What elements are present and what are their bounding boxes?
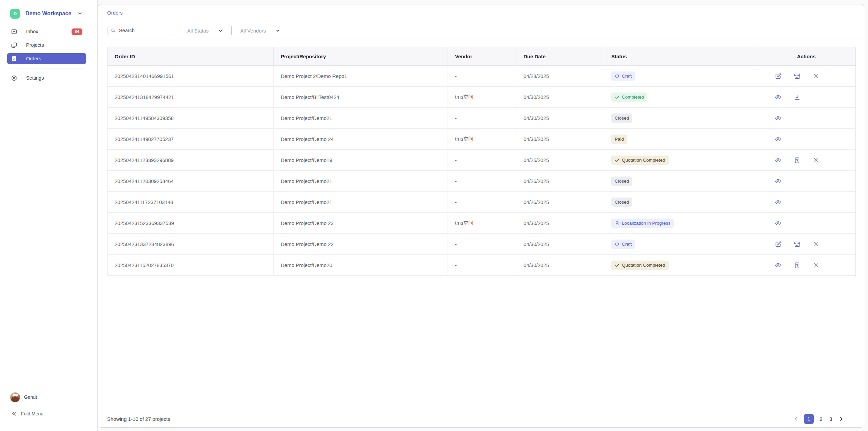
table-row: 202504241117237103148 Demo Project/Demo2… <box>107 192 856 213</box>
search-input[interactable] <box>118 27 171 34</box>
vendor-filter-label: All Vendors <box>240 28 266 34</box>
project-cell: Demo Project/Demo 24 <box>274 129 448 150</box>
row-actions <box>775 241 855 248</box>
vendor-filter-dropdown[interactable]: All Vendors <box>240 28 280 34</box>
status-label: Quotation Completed <box>622 261 665 270</box>
vendor-cell: tms空间 <box>448 213 516 234</box>
view-action-button[interactable] <box>775 262 782 269</box>
settings-icon <box>11 75 17 81</box>
dashed-circle-icon <box>615 74 619 79</box>
row-actions <box>775 262 855 269</box>
cancel-action-button[interactable] <box>813 73 820 80</box>
download-icon <box>794 94 801 101</box>
search-box <box>107 26 174 35</box>
table-row: 202504241123393296889 Demo Project/Demo1… <box>107 150 856 171</box>
project-cell: Demo Project/Demo21 <box>274 171 448 192</box>
actions-cell <box>757 255 856 276</box>
view-action-button[interactable] <box>775 157 782 164</box>
cancel-icon <box>813 73 820 80</box>
fold-menu-button[interactable]: Fold Menu <box>0 409 97 418</box>
status-label: Paid <box>615 135 624 144</box>
download-action-button[interactable] <box>794 94 801 101</box>
table-header: Order ID Project/Repository Vendor Due D… <box>107 47 856 66</box>
view-icon <box>775 178 782 185</box>
cancel-action-button[interactable] <box>813 157 820 164</box>
view-action-button[interactable] <box>775 220 782 227</box>
table-row: 202504231152027835370 Demo Project/Demo2… <box>107 255 856 276</box>
due-date-cell: 04/30/2025 <box>516 108 604 129</box>
dashed-circle-icon <box>615 242 619 247</box>
user-profile[interactable]: Geralt <box>0 392 97 402</box>
vendor-cell: - <box>448 66 516 87</box>
inbox-count-badge: 84 <box>72 28 82 35</box>
pagination-prev-button[interactable] <box>793 416 799 422</box>
vendor-cell: - <box>448 171 516 192</box>
column-header-due-date: Due Date <box>516 47 604 66</box>
edit-action-button[interactable] <box>775 73 782 80</box>
table-row: 202504231523369337539 Demo Project/Demo … <box>107 213 856 234</box>
actions-cell <box>757 129 856 150</box>
actions-cell <box>757 87 856 108</box>
pagination-page-1[interactable]: 1 <box>804 414 814 424</box>
status-cell: Closed <box>604 108 757 129</box>
invoice-action-button[interactable] <box>794 157 801 164</box>
vendor-cell: - <box>448 255 516 276</box>
due-date-cell: 04/30/2025 <box>516 87 604 108</box>
actions-cell <box>757 171 856 192</box>
order-id-cell: 202504241117237103148 <box>107 192 274 213</box>
project-cell: Demo Project/BilTest0424 <box>274 87 448 108</box>
pagination-next-button[interactable] <box>838 416 844 422</box>
table-row: 202504241149584309358 Demo Project/Demo2… <box>107 108 856 129</box>
table-row: 202504281401466991561 Demo Project 2/Dem… <box>107 66 856 87</box>
view-icon <box>775 262 782 269</box>
chevron-down-icon <box>218 28 223 33</box>
chevron-right-icon <box>839 416 844 422</box>
orders-page: D Demo Workspace Inbox 84 Projects Order… <box>0 0 868 431</box>
fold-menu-label: Fold Menu <box>21 411 43 416</box>
status-label: Quotation Completed <box>622 156 665 165</box>
sidebar-item-inbox[interactable]: Inbox 84 <box>7 26 86 37</box>
workspace-switcher[interactable]: D Demo Workspace <box>0 8 97 19</box>
pagination-page-3[interactable]: 3 <box>828 416 833 422</box>
status-badge: Completed <box>611 93 647 102</box>
view-action-button[interactable] <box>775 178 782 185</box>
pagination: 1 2 3 <box>793 414 844 424</box>
vendor-cell: - <box>448 234 516 255</box>
view-action-button[interactable] <box>775 94 782 101</box>
due-date-cell: 04/28/2025 <box>516 66 604 87</box>
orders-table: Order ID Project/Repository Vendor Due D… <box>107 47 855 276</box>
status-filter-dropdown[interactable]: All Status <box>187 28 223 34</box>
sidebar-item-projects[interactable]: Projects <box>7 40 86 50</box>
pagination-page-2[interactable]: 2 <box>818 416 824 422</box>
chevron-down-icon <box>275 28 280 33</box>
vendor-cell: - <box>448 108 516 129</box>
workspace-avatar: D <box>10 9 20 19</box>
sidebar-item-label: Projects <box>26 42 44 48</box>
vendor-cell: tms空间 <box>448 129 516 150</box>
status-badge: Paid <box>611 135 627 144</box>
edit-action-button[interactable] <box>775 241 782 248</box>
sidebar-item-settings[interactable]: Settings <box>7 73 86 83</box>
breadcrumb-orders-link[interactable]: Orders <box>107 10 123 16</box>
status-label: Completed <box>622 93 644 102</box>
orders-icon <box>11 56 17 62</box>
sidebar-divider <box>10 68 82 68</box>
store-action-button[interactable] <box>794 241 801 248</box>
filter-divider <box>231 26 232 35</box>
vendor-cell: tms空间 <box>448 87 516 108</box>
row-actions <box>775 115 855 122</box>
cancel-action-button[interactable] <box>813 262 820 269</box>
view-action-button[interactable] <box>775 136 782 143</box>
store-action-button[interactable] <box>794 73 801 80</box>
cancel-action-button[interactable] <box>813 241 820 248</box>
view-action-button[interactable] <box>775 115 782 122</box>
status-cell: Quotation Completed <box>604 255 757 276</box>
invoice-action-button[interactable] <box>794 262 801 269</box>
column-header-project: Project/Repository <box>274 47 448 66</box>
table-footer: Showing 1-10 of 27 projects 1 2 3 <box>98 410 864 427</box>
sidebar-item-orders[interactable]: Orders <box>7 53 86 64</box>
view-action-button[interactable] <box>775 199 782 206</box>
status-cell: Quotation Completed <box>604 150 757 171</box>
order-id-cell: 202504241318429974421 <box>107 87 274 108</box>
project-cell: Demo Project 2/Demo Repo1 <box>274 66 448 87</box>
